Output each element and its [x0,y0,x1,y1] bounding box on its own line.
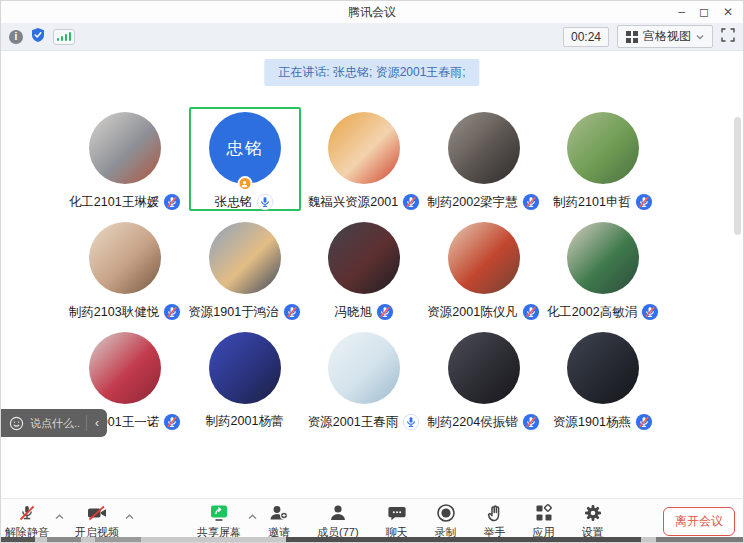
apps-button[interactable]: 应用 [533,503,555,540]
participant-tile[interactable]: 化工2101王琳媛 [69,107,181,211]
settings-gear-icon [583,503,603,523]
mic-muted-icon [522,303,540,321]
chat-icon [387,503,407,523]
participant-tile[interactable]: 资源1901于鸿治 [189,217,301,321]
mic-muted-icon [522,413,540,431]
participant-tile[interactable]: 制药2001杨蕾 [189,327,301,431]
avatar [209,332,281,404]
minimize-button[interactable]: – [678,6,685,18]
avatar [448,222,520,294]
mic-active-icon [402,413,420,431]
camera-off-icon [86,503,108,523]
record-icon [436,503,456,523]
chevron-down-icon [696,34,704,40]
share-screen-icon [208,503,230,523]
participant-grid: 化工2101王琳媛 [69,107,659,431]
avatar [328,332,400,404]
start-video-button[interactable]: 开启视频 [75,503,119,540]
share-options-caret[interactable] [248,510,257,522]
network-signal-icon[interactable] [53,29,75,45]
mic-muted-icon [283,303,301,321]
video-options-caret[interactable] [125,510,134,522]
status-bar: i 00:24 宫格视图 [1,23,743,51]
chat-input-placeholder[interactable]: 说点什么... [30,416,80,431]
participant-tile[interactable]: 资源2001王春雨 [308,327,420,431]
members-button[interactable]: 成员(77) [317,503,359,540]
participant-tile[interactable]: 化工2002高敏涓 [547,217,659,321]
meeting-timer: 00:24 [563,27,609,47]
host-badge-icon [237,176,252,191]
participant-name: 资源2001陈仪凡 [427,304,517,321]
participant-name: 制药2101申哲 [553,194,631,211]
settings-button[interactable]: 设置 [582,503,604,540]
mic-muted-icon [163,193,181,211]
mic-muted-icon [163,303,181,321]
avatar [567,222,639,294]
participant-tile[interactable]: 冯晓旭 [308,217,420,321]
mic-muted-icon [635,193,653,211]
participant-tile[interactable]: 制药2204侯振锴 [428,327,540,431]
window-title: 腾讯会议 [348,4,396,21]
mic-active-icon [256,193,274,211]
participant-tile[interactable]: 资源2001陈仪凡 [428,217,540,321]
avatar [328,112,400,184]
participant-name: 制药2103耿健悦 [69,304,159,321]
mic-muted-icon [163,413,181,431]
share-screen-button[interactable]: 共享屏幕 [197,503,241,540]
participant-tile[interactable]: 制药2101申哲 [547,107,659,211]
speaking-banner: 正在讲话: 张忠铭; 资源2001王春雨; [264,59,479,86]
meeting-window: 腾讯会议 – ◻ ✕ i 00:24 宫格视图 [0,0,744,543]
avatar [89,332,161,404]
avatar [89,112,161,184]
title-bar: 腾讯会议 – ◻ ✕ [1,1,743,23]
raise-hand-button[interactable]: 举手 [484,503,506,540]
scrollbar[interactable] [734,117,741,235]
grid-view-icon [626,31,638,43]
avatar [328,222,400,294]
divider [86,415,87,431]
mic-muted-icon [522,193,540,211]
participant-name: 冯晓旭 [334,304,372,321]
participant-tile[interactable]: 资源1901杨燕 [547,327,659,431]
mic-muted-icon [402,193,420,211]
avatar [209,222,281,294]
participant-name: 制药2002梁宇慧 [427,194,517,211]
mic-muted-icon [635,413,653,431]
collapse-chat-icon[interactable]: ‹ [93,417,101,429]
avatar [89,222,161,294]
avatar [448,332,520,404]
maximize-button[interactable]: ◻ [699,6,709,18]
chat-quick-bubble[interactable]: 说点什么... ‹ [1,409,107,437]
mic-muted-icon [641,303,659,321]
participant-name: 化工2101王琳媛 [69,194,159,211]
members-icon [328,503,348,523]
record-button[interactable]: 录制 [435,503,457,540]
emoji-icon[interactable] [9,416,24,431]
participant-tile[interactable]: 魏福兴资源2001 [308,107,420,211]
apps-icon [534,503,554,523]
avatar: 忠铭 [209,112,281,184]
bottom-toolbar: 解除静音 开启视频 共享屏幕 [1,498,743,539]
participant-tile[interactable]: 制药2002梁宇慧 [428,107,540,211]
shield-icon[interactable] [30,27,46,47]
chat-button[interactable]: 聊天 [386,503,408,540]
unmute-button[interactable]: 解除静音 [5,503,49,540]
participant-name: 资源2001王春雨 [308,414,398,431]
participant-name: 资源1901杨燕 [553,414,631,431]
close-button[interactable]: ✕ [723,6,733,18]
avatar [567,332,639,404]
meeting-info-icon[interactable]: i [9,30,23,44]
layout-view-button[interactable]: 宫格视图 [617,25,713,48]
leave-meeting-button[interactable]: 离开会议 [663,507,735,536]
participant-name: 魏福兴资源2001 [308,194,398,211]
avatar [567,112,639,184]
participant-tile[interactable]: 制药2103耿健悦 [69,217,181,321]
participant-name: 化工2002高敏涓 [547,304,637,321]
participant-tile[interactable]: 忠铭 张忠铭 [189,107,301,211]
fullscreen-icon[interactable] [721,28,735,46]
invite-button[interactable]: 邀请 [268,503,290,540]
participant-name: 制药2204侯振锴 [427,414,517,431]
taskbar-strip [1,537,743,542]
invite-icon [268,503,290,523]
mic-options-caret[interactable] [55,510,64,522]
